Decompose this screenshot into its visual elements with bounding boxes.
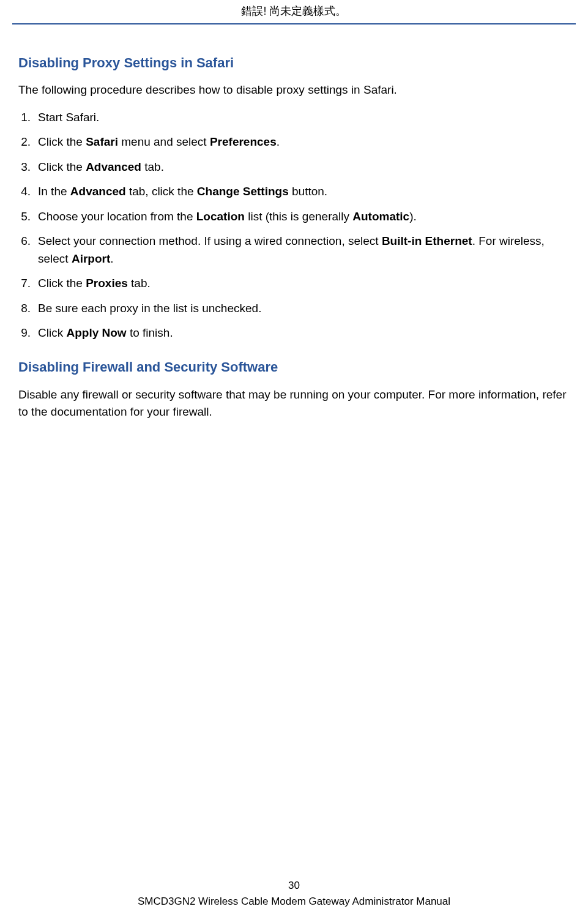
page-content: Disabling Proxy Settings in Safari The f… [0,24,588,421]
step-bold: Proxies [86,277,128,290]
step-text: . [110,252,113,265]
step-item: Be sure each proxy in the list is unchec… [18,300,570,318]
step-text: button. [289,185,327,198]
step-text: ). [409,210,417,223]
steps-list-safari: Start Safari. Click the Safari menu and … [18,109,570,342]
step-text: Choose your location from the [38,210,196,223]
section-heading-safari: Disabling Proxy Settings in Safari [18,55,570,71]
step-text: Select your connection method. If using … [38,234,382,247]
step-item: Choose your location from the Location l… [18,208,570,226]
step-bold: Advanced [86,160,141,173]
step-text: list (this is generally [245,210,352,223]
step-text: tab. [128,277,151,290]
manual-title: SMCD3GN2 Wireless Cable Modem Gateway Ad… [138,896,450,907]
section-heading-firewall: Disabling Firewall and Security Software [18,359,570,375]
body-paragraph-firewall: Disable any firewall or security softwar… [18,386,570,421]
step-text: Click the [38,277,86,290]
step-text: tab, click the [126,185,197,198]
step-bold: Airport [72,252,110,265]
step-item: Click Apply Now to finish. [18,324,570,342]
step-text: Click [38,326,66,339]
intro-paragraph-safari: The following procedure describes how to… [18,82,570,98]
step-text: Click the [38,135,86,148]
step-item: In the Advanced tab, click the Change Se… [18,183,570,201]
step-text: . [277,135,280,148]
page-footer: 30 SMCD3GN2 Wireless Cable Modem Gateway… [0,880,588,908]
step-bold: Built-in Ethernet [382,234,472,247]
step-bold: Location [196,210,245,223]
step-text: to finish. [127,326,173,339]
step-item: Start Safari. [18,109,570,127]
step-bold: Automatic [352,210,409,223]
step-text: In the [38,185,70,198]
step-bold: Change Settings [197,185,289,198]
step-text: tab. [141,160,164,173]
step-text: menu and select [118,135,210,148]
page-number: 30 [0,880,588,892]
step-bold: Advanced [70,185,126,198]
step-item: Click the Safari menu and select Prefere… [18,133,570,151]
step-bold: Apply Now [66,326,126,339]
page-header-error: 錯誤! 尚未定義樣式。 [0,0,588,18]
step-item: Click the Advanced tab. [18,159,570,176]
step-bold: Preferences [210,135,277,148]
step-item: Click the Proxies tab. [18,275,570,293]
step-text: Click the [38,160,86,173]
step-item: Select your connection method. If using … [18,233,570,267]
step-bold: Safari [86,135,118,148]
